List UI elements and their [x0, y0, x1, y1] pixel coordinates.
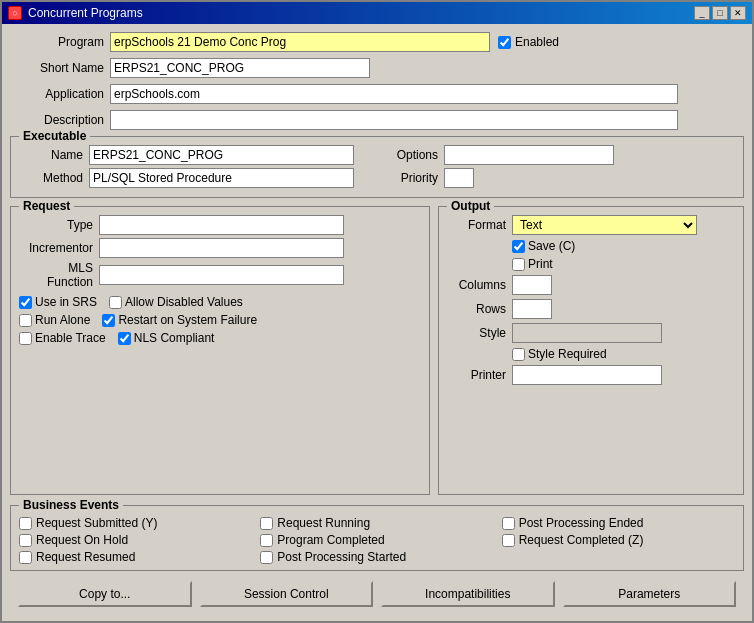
run-alone-checkbox[interactable] — [19, 314, 32, 327]
format-row: Format Text PDF HTML XML PostScript PCL — [447, 215, 735, 235]
rows-input[interactable] — [512, 299, 552, 319]
columns-input[interactable] — [512, 275, 552, 295]
print-item: Print — [512, 257, 553, 271]
exec-method-label: Method — [19, 171, 89, 185]
style-req-checkbox[interactable] — [512, 348, 525, 361]
footer-buttons: Copy to... Session Control Incompatibili… — [10, 575, 744, 613]
printer-row: Printer — [447, 365, 735, 385]
output-content: Format Text PDF HTML XML PostScript PCL — [447, 215, 735, 385]
application-label: Application — [10, 87, 110, 101]
req-type-row: Type — [19, 215, 421, 235]
rows-label: Rows — [447, 302, 512, 316]
restart-checkbox[interactable] — [102, 314, 115, 327]
req-mls-label: MLS Function — [19, 261, 99, 289]
enable-trace-item: Enable Trace — [19, 331, 106, 345]
checkboxes-row2: Run Alone Restart on System Failure — [19, 313, 421, 327]
biz-checkbox-3[interactable] — [19, 534, 32, 547]
biz-checkbox-5[interactable] — [502, 534, 515, 547]
columns-label: Columns — [447, 278, 512, 292]
close-button[interactable]: ✕ — [730, 6, 746, 20]
save-checkbox[interactable] — [512, 240, 525, 253]
rows-row: Rows — [447, 299, 735, 319]
application-input — [110, 84, 678, 104]
style-req-row: Style Required — [447, 347, 735, 361]
use-in-srs-item: Use in SRS — [19, 295, 97, 309]
columns-row: Columns — [447, 275, 735, 295]
style-label: Style — [447, 326, 512, 340]
program-label: Program — [10, 35, 110, 49]
req-type-label: Type — [19, 218, 99, 232]
request-content: Type Incrementor MLS Function — [19, 215, 421, 345]
application-row: Application — [10, 84, 744, 104]
style-row: Style — [447, 323, 735, 343]
request-section: Request Type Incrementor MLS Function — [10, 206, 430, 495]
enabled-checkbox[interactable] — [498, 36, 511, 49]
shortname-input[interactable] — [110, 58, 370, 78]
style-req-item: Style Required — [512, 347, 607, 361]
biz-checkbox-1[interactable] — [260, 517, 273, 530]
description-input[interactable] — [110, 110, 678, 130]
req-inc-input[interactable] — [99, 238, 344, 258]
executable-content: Name Options Method Priority — [19, 145, 735, 188]
format-label: Format — [447, 218, 512, 232]
parameters-button[interactable]: Parameters — [563, 581, 737, 607]
run-alone-item: Run Alone — [19, 313, 90, 327]
exec-name-input[interactable] — [89, 145, 354, 165]
biz-item-5: Request Completed (Z) — [502, 533, 735, 547]
window-icon: ○ — [8, 6, 22, 20]
req-inc-label: Incrementor — [19, 241, 99, 255]
allow-disabled-checkbox[interactable] — [109, 296, 122, 309]
use-in-srs-checkbox[interactable] — [19, 296, 32, 309]
priority-input[interactable] — [444, 168, 474, 188]
program-input[interactable] — [110, 32, 490, 52]
biz-item-1: Request Running — [260, 516, 493, 530]
nls-label: NLS Compliant — [134, 331, 215, 345]
enabled-label: Enabled — [515, 35, 559, 49]
output-title: Output — [447, 199, 494, 213]
minimize-button[interactable]: _ — [694, 6, 710, 20]
biz-label-1: Request Running — [277, 516, 370, 530]
main-content: Program Enabled Short Name Application D… — [2, 24, 752, 621]
description-label: Description — [10, 113, 110, 127]
print-label: Print — [528, 257, 553, 271]
allow-disabled-item: Allow Disabled Values — [109, 295, 243, 309]
session-control-button[interactable]: Session Control — [200, 581, 374, 607]
incompatibilities-button[interactable]: Incompatibilities — [381, 581, 555, 607]
biz-item-0: Request Submitted (Y) — [19, 516, 252, 530]
two-panels: Request Type Incrementor MLS Function — [10, 206, 744, 499]
options-label: Options — [374, 148, 444, 162]
print-checkbox[interactable] — [512, 258, 525, 271]
nls-checkbox[interactable] — [118, 332, 131, 345]
biz-events-grid: Request Submitted (Y) Request Running Po… — [19, 516, 735, 564]
copy-to-button[interactable]: Copy to... — [18, 581, 192, 607]
exec-method-input[interactable] — [89, 168, 354, 188]
executable-title: Executable — [19, 129, 90, 143]
checkboxes-container: Use in SRS Allow Disabled Values — [19, 295, 421, 309]
biz-checkbox-2[interactable] — [502, 517, 515, 530]
biz-checkbox-6[interactable] — [19, 551, 32, 564]
save-print-row: Save (C) — [512, 239, 735, 253]
maximize-button[interactable]: □ — [712, 6, 728, 20]
biz-checkbox-4[interactable] — [260, 534, 273, 547]
printer-input[interactable] — [512, 365, 662, 385]
req-type-input[interactable] — [99, 215, 344, 235]
biz-checkbox-7[interactable] — [260, 551, 273, 564]
biz-label-3: Request On Hold — [36, 533, 128, 547]
run-alone-label: Run Alone — [35, 313, 90, 327]
enable-trace-checkbox[interactable] — [19, 332, 32, 345]
exec-method-row: Method Priority — [19, 168, 735, 188]
title-bar-controls: _ □ ✕ — [694, 6, 746, 20]
biz-label-5: Request Completed (Z) — [519, 533, 644, 547]
biz-label-0: Request Submitted (Y) — [36, 516, 157, 530]
title-bar-left: ○ Concurrent Programs — [8, 6, 143, 20]
biz-checkbox-0[interactable] — [19, 517, 32, 530]
exec-name-row: Name Options — [19, 145, 735, 165]
output-section: Output Format Text PDF HTML XML PostScri… — [438, 206, 744, 495]
biz-label-2: Post Processing Ended — [519, 516, 644, 530]
req-mls-input[interactable] — [99, 265, 344, 285]
biz-item-2: Post Processing Ended — [502, 516, 735, 530]
priority-label: Priority — [374, 171, 444, 185]
format-select[interactable]: Text PDF HTML XML PostScript PCL — [512, 215, 697, 235]
options-input[interactable] — [444, 145, 614, 165]
style-req-label: Style Required — [528, 347, 607, 361]
